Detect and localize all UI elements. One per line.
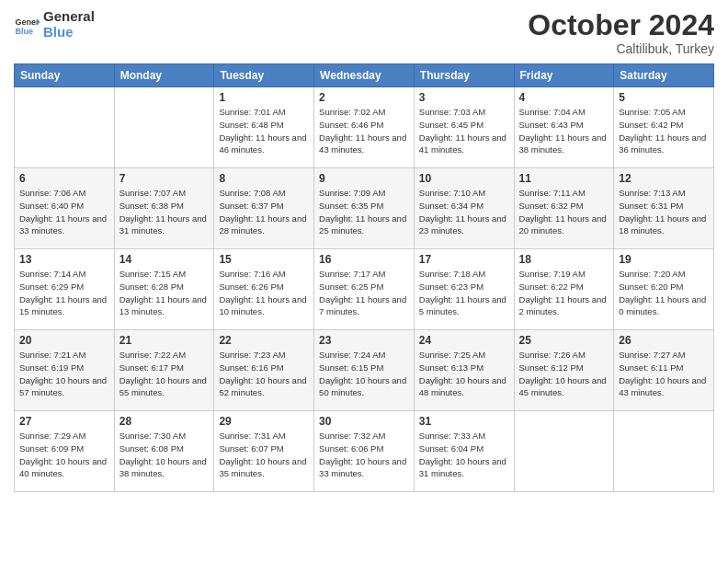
day-info: Sunrise: 7:16 AM Sunset: 6:26 PM Dayligh… bbox=[219, 268, 309, 318]
day-number: 12 bbox=[619, 172, 709, 185]
day-info: Sunrise: 7:27 AM Sunset: 6:11 PM Dayligh… bbox=[619, 349, 709, 399]
calendar-cell: 3Sunrise: 7:03 AM Sunset: 6:45 PM Daylig… bbox=[414, 87, 514, 168]
calendar-cell: 4Sunrise: 7:04 AM Sunset: 6:43 PM Daylig… bbox=[514, 87, 614, 168]
calendar-cell: 26Sunrise: 7:27 AM Sunset: 6:11 PM Dayli… bbox=[614, 330, 714, 411]
day-number: 30 bbox=[319, 415, 409, 428]
day-info: Sunrise: 7:26 AM Sunset: 6:12 PM Dayligh… bbox=[519, 349, 609, 399]
calendar-cell: 11Sunrise: 7:11 AM Sunset: 6:32 PM Dayli… bbox=[514, 168, 614, 249]
day-number: 15 bbox=[219, 253, 309, 266]
calendar-cell: 12Sunrise: 7:13 AM Sunset: 6:31 PM Dayli… bbox=[614, 168, 714, 249]
calendar-header-row: SundayMondayTuesdayWednesdayThursdayFrid… bbox=[15, 64, 714, 87]
calendar-cell bbox=[514, 411, 614, 492]
svg-text:Blue: Blue bbox=[15, 26, 33, 35]
day-number: 10 bbox=[419, 172, 509, 185]
calendar-cell: 15Sunrise: 7:16 AM Sunset: 6:26 PM Dayli… bbox=[214, 249, 314, 330]
day-number: 9 bbox=[319, 172, 409, 185]
day-number: 26 bbox=[619, 334, 709, 347]
day-info: Sunrise: 7:10 AM Sunset: 6:34 PM Dayligh… bbox=[419, 187, 509, 237]
day-info: Sunrise: 7:32 AM Sunset: 6:06 PM Dayligh… bbox=[319, 430, 409, 480]
calendar-cell: 1Sunrise: 7:01 AM Sunset: 6:48 PM Daylig… bbox=[214, 87, 314, 168]
day-number: 23 bbox=[319, 334, 409, 347]
day-info: Sunrise: 7:19 AM Sunset: 6:22 PM Dayligh… bbox=[519, 268, 609, 318]
logo-blue: Blue bbox=[43, 25, 95, 40]
day-number: 8 bbox=[219, 172, 309, 185]
day-info: Sunrise: 7:24 AM Sunset: 6:15 PM Dayligh… bbox=[319, 349, 409, 399]
day-number: 3 bbox=[419, 91, 509, 104]
calendar-cell: 17Sunrise: 7:18 AM Sunset: 6:23 PM Dayli… bbox=[414, 249, 514, 330]
calendar-cell: 30Sunrise: 7:32 AM Sunset: 6:06 PM Dayli… bbox=[314, 411, 415, 492]
calendar-week-row: 1Sunrise: 7:01 AM Sunset: 6:48 PM Daylig… bbox=[15, 87, 714, 168]
calendar-cell: 2Sunrise: 7:02 AM Sunset: 6:46 PM Daylig… bbox=[314, 87, 415, 168]
day-info: Sunrise: 7:06 AM Sunset: 6:40 PM Dayligh… bbox=[19, 187, 109, 237]
weekday-header: Tuesday bbox=[214, 64, 314, 87]
day-info: Sunrise: 7:25 AM Sunset: 6:13 PM Dayligh… bbox=[419, 349, 509, 399]
day-info: Sunrise: 7:03 AM Sunset: 6:45 PM Dayligh… bbox=[419, 106, 509, 156]
calendar-cell: 24Sunrise: 7:25 AM Sunset: 6:13 PM Dayli… bbox=[414, 330, 514, 411]
day-info: Sunrise: 7:23 AM Sunset: 6:16 PM Dayligh… bbox=[219, 349, 309, 399]
logo-icon: General Blue bbox=[14, 12, 40, 38]
day-number: 4 bbox=[519, 91, 609, 104]
weekday-header: Friday bbox=[514, 64, 614, 87]
day-info: Sunrise: 7:18 AM Sunset: 6:23 PM Dayligh… bbox=[419, 268, 509, 318]
calendar-cell: 18Sunrise: 7:19 AM Sunset: 6:22 PM Dayli… bbox=[514, 249, 614, 330]
calendar-cell: 28Sunrise: 7:30 AM Sunset: 6:08 PM Dayli… bbox=[114, 411, 214, 492]
day-number: 31 bbox=[419, 415, 509, 428]
weekday-header: Sunday bbox=[15, 64, 115, 87]
page: General Blue General Blue October 2024 C… bbox=[0, 0, 728, 563]
day-number: 14 bbox=[119, 253, 210, 266]
calendar-week-row: 27Sunrise: 7:29 AM Sunset: 6:09 PM Dayli… bbox=[15, 411, 714, 492]
day-number: 7 bbox=[119, 172, 210, 185]
day-number: 22 bbox=[219, 334, 309, 347]
day-info: Sunrise: 7:07 AM Sunset: 6:38 PM Dayligh… bbox=[119, 187, 210, 237]
weekday-header: Thursday bbox=[414, 64, 514, 87]
day-info: Sunrise: 7:29 AM Sunset: 6:09 PM Dayligh… bbox=[19, 430, 109, 480]
calendar-cell: 13Sunrise: 7:14 AM Sunset: 6:29 PM Dayli… bbox=[15, 249, 115, 330]
month-title: October 2024 bbox=[528, 9, 714, 41]
weekday-header: Saturday bbox=[614, 64, 714, 87]
calendar-cell: 27Sunrise: 7:29 AM Sunset: 6:09 PM Dayli… bbox=[15, 411, 115, 492]
day-number: 5 bbox=[619, 91, 709, 104]
calendar-cell: 16Sunrise: 7:17 AM Sunset: 6:25 PM Dayli… bbox=[314, 249, 415, 330]
calendar-cell: 22Sunrise: 7:23 AM Sunset: 6:16 PM Dayli… bbox=[214, 330, 314, 411]
calendar-week-row: 6Sunrise: 7:06 AM Sunset: 6:40 PM Daylig… bbox=[15, 168, 714, 249]
weekday-header: Monday bbox=[114, 64, 214, 87]
day-number: 29 bbox=[219, 415, 309, 428]
svg-text:General: General bbox=[15, 17, 40, 27]
calendar-cell: 7Sunrise: 7:07 AM Sunset: 6:38 PM Daylig… bbox=[114, 168, 214, 249]
day-number: 21 bbox=[119, 334, 210, 347]
day-info: Sunrise: 7:21 AM Sunset: 6:19 PM Dayligh… bbox=[19, 349, 109, 399]
day-info: Sunrise: 7:09 AM Sunset: 6:35 PM Dayligh… bbox=[319, 187, 409, 237]
day-number: 13 bbox=[19, 253, 109, 266]
day-number: 24 bbox=[419, 334, 509, 347]
day-info: Sunrise: 7:13 AM Sunset: 6:31 PM Dayligh… bbox=[619, 187, 709, 237]
day-number: 1 bbox=[219, 91, 309, 104]
day-info: Sunrise: 7:31 AM Sunset: 6:07 PM Dayligh… bbox=[219, 430, 309, 480]
calendar-cell bbox=[15, 87, 115, 168]
day-info: Sunrise: 7:33 AM Sunset: 6:04 PM Dayligh… bbox=[419, 430, 509, 480]
calendar-cell: 23Sunrise: 7:24 AM Sunset: 6:15 PM Dayli… bbox=[314, 330, 415, 411]
calendar-cell: 31Sunrise: 7:33 AM Sunset: 6:04 PM Dayli… bbox=[414, 411, 514, 492]
title-block: October 2024 Caltilibuk, Turkey bbox=[528, 9, 714, 56]
day-info: Sunrise: 7:04 AM Sunset: 6:43 PM Dayligh… bbox=[519, 106, 609, 156]
day-number: 16 bbox=[319, 253, 409, 266]
day-number: 20 bbox=[19, 334, 109, 347]
day-info: Sunrise: 7:17 AM Sunset: 6:25 PM Dayligh… bbox=[319, 268, 409, 318]
day-info: Sunrise: 7:01 AM Sunset: 6:48 PM Dayligh… bbox=[219, 106, 309, 156]
calendar-cell: 5Sunrise: 7:05 AM Sunset: 6:42 PM Daylig… bbox=[614, 87, 714, 168]
day-info: Sunrise: 7:22 AM Sunset: 6:17 PM Dayligh… bbox=[119, 349, 210, 399]
calendar-cell: 20Sunrise: 7:21 AM Sunset: 6:19 PM Dayli… bbox=[15, 330, 115, 411]
calendar-cell: 14Sunrise: 7:15 AM Sunset: 6:28 PM Dayli… bbox=[114, 249, 214, 330]
day-number: 19 bbox=[619, 253, 709, 266]
day-number: 25 bbox=[519, 334, 609, 347]
logo: General Blue General Blue bbox=[14, 9, 95, 40]
calendar-cell: 8Sunrise: 7:08 AM Sunset: 6:37 PM Daylig… bbox=[214, 168, 314, 249]
calendar-week-row: 20Sunrise: 7:21 AM Sunset: 6:19 PM Dayli… bbox=[15, 330, 714, 411]
day-info: Sunrise: 7:11 AM Sunset: 6:32 PM Dayligh… bbox=[519, 187, 609, 237]
day-info: Sunrise: 7:20 AM Sunset: 6:20 PM Dayligh… bbox=[619, 268, 709, 318]
day-number: 18 bbox=[519, 253, 609, 266]
location: Caltilibuk, Turkey bbox=[528, 41, 714, 56]
day-info: Sunrise: 7:08 AM Sunset: 6:37 PM Dayligh… bbox=[219, 187, 309, 237]
calendar-cell bbox=[114, 87, 214, 168]
calendar-week-row: 13Sunrise: 7:14 AM Sunset: 6:29 PM Dayli… bbox=[15, 249, 714, 330]
day-number: 17 bbox=[419, 253, 509, 266]
